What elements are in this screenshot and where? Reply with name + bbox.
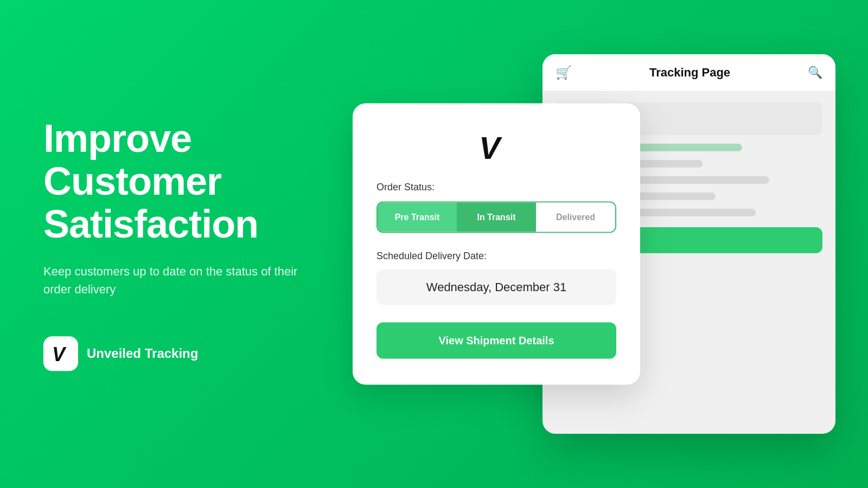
tab-in-transit[interactable]: In Transit	[457, 203, 536, 232]
subtitle: Keep customers up to date on the status …	[43, 262, 315, 298]
tracking-page-title: Tracking Page	[649, 66, 730, 80]
left-section: Improve Customer Satisfaction Keep custo…	[43, 117, 315, 371]
tab-pre-transit[interactable]: Pre Transit	[378, 203, 457, 232]
brand-name: Unveiled Tracking	[87, 346, 198, 361]
card-logo-area: V	[376, 130, 616, 162]
tab-delivered[interactable]: Delivered	[536, 203, 615, 232]
headline: Improve Customer Satisfaction	[43, 117, 315, 246]
status-tabs: Pre Transit In Transit Delivered	[376, 202, 616, 233]
order-status-label: Order Status:	[376, 182, 616, 193]
cart-icon: 🛒	[556, 65, 572, 80]
delivery-date-label: Scheduled Delivery Date:	[376, 251, 616, 262]
floating-tracking-card: V Order Status: Pre Transit In Transit D…	[353, 104, 640, 385]
svg-text:V: V	[52, 343, 67, 364]
delivery-date-box: Wednesday, December 31	[376, 269, 616, 305]
brand-badge: V Unveiled Tracking	[43, 336, 315, 371]
brand-logo: V	[43, 336, 78, 371]
tracking-page-header: 🛒 Tracking Page 🔍	[542, 54, 835, 92]
view-shipment-button[interactable]: View Shipment Details	[376, 323, 616, 359]
svg-text:V: V	[479, 130, 502, 162]
search-icon[interactable]: 🔍	[808, 66, 822, 80]
